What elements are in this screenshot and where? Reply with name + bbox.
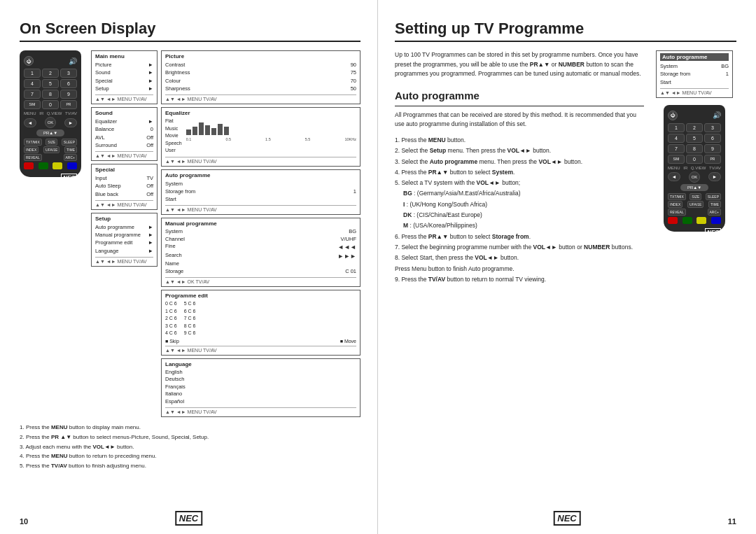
r-ok-button[interactable]: OK (689, 171, 700, 183)
rap-ctrl-text: ▲▼ ◄► MENU TV/AV (660, 90, 712, 95)
yellow-btn[interactable] (52, 162, 62, 169)
r-num-9[interactable]: 9 (704, 144, 721, 153)
eq-bar-2 (192, 127, 197, 135)
language-menu-title: Language (165, 361, 356, 367)
num-3[interactable]: 3 (60, 69, 77, 78)
picture-ctrl-text: ▲▼ ◄► MENU TV/AV (165, 97, 217, 101)
eq-freq-4: 5.5 (305, 137, 311, 141)
picture-menu-title: Picture (165, 53, 356, 59)
pe-5: 5 C 6 (184, 300, 196, 308)
r-num-7[interactable]: 7 (668, 144, 685, 153)
pr-nav-btn[interactable]: PR▲▼ (36, 129, 64, 136)
num-4[interactable]: 4 (24, 79, 41, 88)
lang-es: Español (165, 398, 356, 406)
ir-label: IR (39, 111, 43, 115)
pe-2: 2 C 6 (165, 315, 177, 323)
r-num-0[interactable]: 0 (686, 155, 703, 164)
r-num-6[interactable]: 6 (704, 134, 721, 143)
txt-mix-btn[interactable]: TXT/MIX (24, 139, 42, 146)
arc-btn[interactable]: ARC+ (64, 154, 77, 161)
power-button[interactable]: ⏻ (24, 56, 34, 66)
eq-speech: Speech (165, 140, 182, 148)
step-3: 3. Select the Auto programme menu. Then … (395, 157, 644, 167)
num-9[interactable]: 9 (60, 90, 77, 99)
step-1: 1. Press the MENU button. (395, 135, 644, 146)
lang-fr: Français (165, 384, 356, 391)
r-time-btn[interactable]: TIME (708, 201, 721, 208)
remote-body-left: ⏻ 🔊 1 2 3 4 5 6 7 8 9 SIM 0 (20, 50, 81, 177)
remote-top-row-right: ⏻ 🔊 (668, 111, 721, 120)
num-7[interactable]: 7 (24, 90, 41, 99)
remote-top-row: ⏻ 🔊 (24, 56, 77, 66)
power-button-right[interactable]: ⏻ (668, 111, 678, 120)
r-blue-btn[interactable] (711, 217, 721, 224)
green-btn[interactable] (38, 162, 48, 169)
rap-controls: ▲▼ ◄► MENU TV/AV (660, 88, 729, 95)
sleep-btn[interactable]: SLEEP (62, 139, 77, 146)
r-num-8[interactable]: 8 (686, 144, 703, 153)
language-menu-controls: ▲▼ ◄► MENU TV/AV (165, 407, 356, 414)
r-num-2[interactable]: 2 (686, 123, 703, 132)
r-yellow-btn[interactable] (696, 217, 706, 224)
index-btn[interactable]: INDEX (24, 146, 38, 153)
vol-left-btn[interactable]: ◄ (24, 118, 36, 127)
reveal-btn[interactable]: REVEAL (24, 154, 42, 161)
r-num-5[interactable]: 5 (686, 134, 703, 143)
time-btn[interactable]: TIME (64, 146, 77, 153)
left-page: On Screen Display ⏻ 🔊 1 2 3 4 5 6 (0, 0, 378, 534)
r-num-4[interactable]: 4 (668, 134, 685, 143)
eq-movie: Movie (165, 132, 182, 140)
auto-prog-ctrl-text: ▲▼ ◄► MENU TV/AV (165, 207, 217, 212)
ufa-btn[interactable]: UFA/1E (43, 146, 59, 153)
r-txt-mix-btn[interactable]: TXT/MIX (668, 193, 686, 200)
r-vol-left-btn[interactable]: ◄ (668, 172, 680, 181)
pr-btn-top[interactable]: PR (60, 100, 77, 109)
setup-menu-controls: ▲▼ ◄► MENU TV/AV (95, 257, 153, 264)
auto-prog-menu-controls: ▲▼ ◄► MENU TV/AV (165, 205, 356, 212)
lang-it: Italiano (165, 391, 356, 398)
step-6: 6. Press the PR▲▼ button to select Stora… (395, 232, 644, 242)
sim-btn[interactable]: SIM (24, 100, 41, 109)
num-5[interactable]: 5 (42, 79, 59, 88)
r-arc-btn[interactable]: ARC+ (708, 209, 721, 216)
r-green-btn[interactable] (682, 217, 692, 224)
instr-4: 4. Press the MENU button to return to pr… (20, 451, 360, 461)
r-red-btn[interactable] (668, 217, 678, 224)
man-name-row: Name (165, 260, 356, 268)
r-index-btn[interactable]: INDEX (668, 201, 682, 208)
left-remote: ⏻ 🔊 1 2 3 4 5 6 7 8 9 SIM 0 (20, 50, 84, 417)
num-2[interactable]: 2 (42, 69, 59, 78)
prog-edit-menu-controls: ▲▼ ◄► MENU TV/AV (165, 346, 356, 353)
page-number-right: 11 (728, 517, 736, 526)
main-menu-box: Main menu Picture► Sound► Special► Setup… (91, 50, 158, 104)
sound-menu-controls: ▲▼ ◄► MENU TV/AV (95, 151, 153, 158)
r-menu-label: MENU (668, 166, 680, 170)
special-menu-title: Special (95, 167, 153, 173)
r-vol-right-btn[interactable]: ► (708, 172, 721, 181)
red-btn[interactable] (24, 162, 34, 169)
r-pr-btn-top[interactable]: PR (704, 155, 721, 164)
r-ufa-btn[interactable]: UFA/1E (687, 201, 704, 208)
vol-right-btn[interactable]: ► (64, 118, 77, 127)
r-sim-btn[interactable]: SIM (668, 155, 685, 164)
size-btn[interactable]: SIZE (46, 139, 57, 146)
blue-btn[interactable] (67, 162, 77, 169)
pe-0: 0 C 6 (165, 300, 177, 308)
picture-menu-controls: ▲▼ ◄► MENU TV/AV (165, 94, 356, 101)
eq-user: User (165, 147, 182, 155)
r-sleep-btn[interactable]: SLEEP (706, 193, 721, 200)
num-0[interactable]: 0 (42, 100, 59, 109)
r-pr-nav-btn[interactable]: PR▲▼ (680, 184, 708, 191)
main-menu-item-special: Special► (95, 77, 153, 85)
num-1[interactable]: 1 (24, 69, 41, 78)
num-8[interactable]: 8 (42, 90, 59, 99)
r-reveal-btn[interactable]: REVEAL (668, 209, 686, 216)
r-size-btn[interactable]: SIZE (690, 193, 701, 200)
step-7: 7. Select the beginning programme number… (395, 242, 644, 253)
num-6[interactable]: 6 (60, 79, 77, 88)
manual-prog-ctrl-text: ▲▼ ◄► OK TV/AV (165, 279, 209, 284)
r-num-3[interactable]: 3 (704, 123, 721, 132)
manual-prog-menu-controls: ▲▼ ◄► OK TV/AV (165, 277, 356, 284)
r-num-1[interactable]: 1 (668, 123, 685, 132)
ok-button[interactable]: OK (45, 117, 56, 128)
